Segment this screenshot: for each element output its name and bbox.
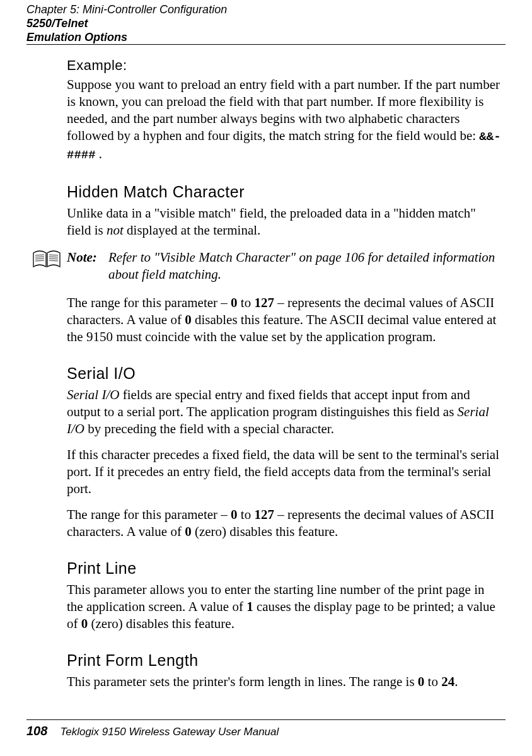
value-0: 0	[231, 507, 238, 522]
chapter-label: Chapter 5: Mini-Controller Configuration	[26, 3, 506, 16]
paragraph-serial-range: The range for this parameter – 0 to 127 …	[67, 506, 503, 540]
paragraph-hidden-1: Unlike data in a "visible match" field, …	[67, 205, 503, 239]
text: fields are special entry and fixed field…	[67, 387, 470, 419]
paragraph-print-line: This parameter allows you to enter the s…	[67, 581, 503, 632]
footer-title: Teklogix 9150 Wireless Gateway User Manu…	[60, 726, 279, 738]
value-24: 24	[441, 674, 454, 689]
text: displayed at the terminal.	[124, 223, 261, 238]
emphasis-not: not	[107, 223, 124, 238]
text: (zero) disables this feature.	[88, 616, 234, 631]
text: .	[454, 674, 458, 689]
heading-hidden-match: Hidden Match Character	[67, 183, 503, 201]
text: The range for this parameter –	[67, 507, 231, 522]
note-line1: Refer to "Visible Match Character" on pa…	[108, 250, 495, 265]
text: to	[238, 295, 255, 310]
book-icon	[26, 249, 67, 269]
value-0: 0	[418, 674, 425, 689]
text: to	[238, 507, 255, 522]
page-number: 108	[26, 724, 47, 738]
text: .	[96, 146, 103, 161]
text: The range for this parameter –	[67, 295, 231, 310]
note-text: Note:Refer to "Visible Match Character" …	[67, 249, 495, 283]
emphasis-serial-io: Serial I/O	[67, 387, 119, 402]
value-1: 1	[246, 599, 253, 614]
section-5250: 5250/Telnet	[26, 16, 506, 30]
text: (zero) disables this feature.	[192, 524, 338, 539]
value-0: 0	[185, 524, 192, 539]
page-header: Chapter 5: Mini-Controller Configuration…	[26, 0, 506, 45]
value-0: 0	[185, 312, 192, 327]
note-line2: about field matching.	[108, 266, 495, 283]
paragraph-serial-2: If this character precedes a fixed field…	[67, 446, 503, 497]
heading-example: Example:	[67, 57, 503, 74]
paragraph-hidden-range: The range for this parameter – 0 to 127 …	[67, 294, 503, 346]
text: by preceding the field with a special ch…	[84, 421, 334, 436]
content-area: Example: Suppose you want to preload an …	[67, 45, 503, 690]
paragraph-print-form: This parameter sets the printer's form l…	[67, 673, 503, 690]
text: Suppose you want to preload an entry fie…	[67, 77, 500, 143]
value-0: 0	[231, 295, 238, 310]
heading-serial-io: Serial I/O	[67, 364, 503, 383]
paragraph-example: Suppose you want to preload an entry fie…	[67, 76, 503, 164]
value-127: 127	[254, 507, 274, 522]
value-0: 0	[81, 616, 88, 631]
heading-print-line: Print Line	[67, 559, 503, 578]
text: This parameter sets the printer's form l…	[67, 674, 418, 689]
page-footer: 108 Teklogix 9150 Wireless Gateway User …	[26, 719, 506, 738]
paragraph-serial-1: Serial I/O fields are special entry and …	[67, 387, 503, 438]
value-127: 127	[254, 295, 274, 310]
text: to	[424, 674, 441, 689]
section-emulation: Emulation Options	[26, 30, 506, 44]
note-label: Note:	[67, 249, 108, 266]
note-block: Note:Refer to "Visible Match Character" …	[26, 249, 503, 283]
heading-print-form-length: Print Form Length	[67, 651, 503, 670]
